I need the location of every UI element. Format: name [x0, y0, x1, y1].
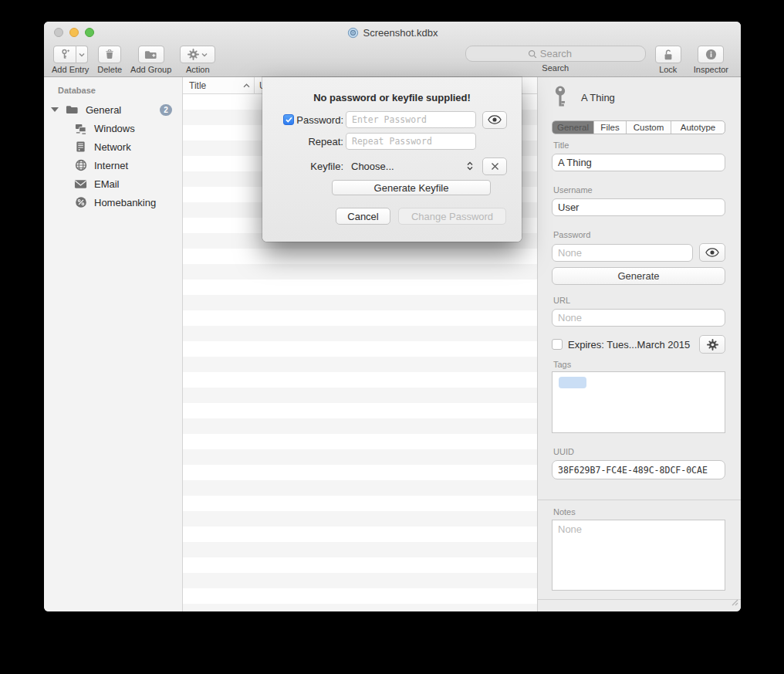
lock-label: Lock [659, 65, 677, 74]
keyfile-value: Choose... [351, 161, 394, 172]
inspector-panel: A Thing General Files Custom Autotype Ti… [537, 77, 741, 611]
entry-title: A Thing [581, 92, 615, 103]
sidebar-item-label: Internet [94, 160, 128, 171]
username-field-label: Username [553, 185, 725, 195]
document-proxy-icon[interactable] [347, 27, 359, 39]
window-title: Screenshot.kdbx [363, 27, 438, 39]
titlebar: Screenshot.kdbx [44, 22, 741, 43]
uuid-field[interactable] [552, 460, 725, 479]
title-field[interactable] [552, 154, 725, 171]
password-label: Password: [296, 114, 343, 126]
tab-autotype[interactable]: Autotype [671, 121, 725, 134]
folder-plus-icon [144, 49, 157, 60]
sidebar-item-label: Network [94, 141, 131, 153]
sidebar-item-general[interactable]: General 2 [44, 100, 182, 119]
delete-button[interactable] [98, 46, 121, 63]
notes-field[interactable] [552, 520, 725, 591]
gear-icon [188, 49, 199, 60]
tab-files[interactable]: Files [594, 121, 627, 134]
add-entry-dropdown-button[interactable] [76, 46, 88, 63]
sidebar-item-label: Windows [94, 123, 135, 134]
info-icon [705, 49, 717, 60]
title-field-label: Title [553, 141, 725, 150]
unlock-icon [663, 49, 674, 61]
expires-settings-button[interactable] [699, 335, 725, 354]
globe-icon [74, 159, 87, 172]
envelope-icon [74, 178, 87, 191]
app-window: Screenshot.kdbx Add Ent [44, 22, 741, 611]
divider [538, 599, 741, 600]
sidebar-item-label: Homebanking [94, 197, 156, 208]
search-input[interactable] [540, 48, 583, 59]
change-password-dialog: No password or keyfile supplied! Passwor… [262, 77, 522, 242]
repeat-password-input[interactable] [346, 133, 476, 150]
lock-item: Lock [655, 46, 681, 74]
search-field[interactable] [465, 46, 646, 62]
inspector-label: Inspector [694, 65, 728, 74]
generate-keyfile-button[interactable]: Generate Keyfile [332, 180, 491, 195]
keyfile-label: Keyfile: [310, 161, 343, 172]
sidebar: Database General 2 Windows Network [44, 77, 183, 611]
password-field[interactable] [552, 244, 693, 262]
resize-grip[interactable] [730, 595, 738, 609]
add-group-label: Add Group [130, 65, 171, 74]
add-entry-button[interactable] [53, 46, 76, 63]
column-header-title[interactable]: Title [183, 77, 255, 93]
folder-icon [66, 103, 79, 117]
clear-keyfile-button[interactable] [482, 157, 507, 175]
cancel-button[interactable]: Cancel [336, 208, 390, 225]
tab-general[interactable]: General [553, 121, 594, 134]
sidebar-item-windows[interactable]: Windows [44, 119, 182, 137]
trash-icon [104, 49, 115, 60]
percent-icon [74, 196, 87, 209]
windows-icon [74, 122, 87, 135]
generate-password-button[interactable]: Generate [552, 267, 725, 285]
change-password-button[interactable]: Change Password [398, 208, 506, 225]
disclosure-triangle-icon[interactable] [51, 107, 59, 112]
tag-pill[interactable] [559, 377, 586, 388]
close-x-icon [491, 162, 499, 171]
dialog-message: No password or keyfile supplied! [262, 92, 522, 103]
key-plus-icon [59, 49, 70, 60]
sidebar-item-label: General [86, 104, 121, 116]
toolbar: Add Entry Delete Add Group [44, 43, 741, 77]
username-field[interactable] [552, 198, 725, 216]
add-entry-label: Add Entry [52, 65, 89, 74]
search-label: Search [542, 63, 569, 73]
tab-custom[interactable]: Custom [627, 121, 671, 134]
add-entry-item: Add Entry [52, 46, 89, 74]
key-icon [552, 85, 569, 110]
sidebar-item-label: EMail [94, 178, 120, 190]
uuid-label: UUID [553, 447, 725, 456]
server-icon [74, 141, 87, 154]
sidebar-item-network[interactable]: Network [44, 137, 182, 156]
delete-item: Delete [97, 46, 122, 74]
password-checkbox[interactable] [283, 114, 294, 125]
reveal-password-button[interactable] [482, 111, 507, 129]
lock-button[interactable] [655, 46, 681, 63]
checkmark-icon [286, 117, 292, 123]
enter-password-input[interactable] [346, 111, 476, 128]
reveal-password-button[interactable] [699, 243, 725, 262]
stepper-icon [467, 161, 473, 171]
sidebar-item-internet[interactable]: Internet [44, 156, 182, 174]
password-field-label: Password [553, 230, 725, 239]
inspector-item: Inspector [694, 46, 728, 74]
chevron-down-icon [79, 52, 85, 57]
eye-icon [705, 248, 719, 257]
url-field[interactable] [552, 309, 725, 327]
sidebar-item-homebanking[interactable]: Homebanking [44, 193, 182, 212]
tags-box[interactable] [552, 371, 725, 433]
expires-label: Expires: Tues...March 2015 [568, 339, 694, 351]
action-item: Action [180, 46, 215, 74]
inspector-header: A Thing [552, 83, 725, 111]
action-button[interactable] [180, 46, 215, 63]
delete-label: Delete [97, 65, 122, 74]
keyfile-popup[interactable]: Choose... [346, 161, 476, 172]
add-group-button[interactable] [138, 46, 164, 63]
inspector-button[interactable] [698, 46, 724, 63]
expires-checkbox[interactable] [552, 339, 563, 350]
sidebar-item-email[interactable]: EMail [44, 174, 182, 193]
sidebar-section-header: Database [58, 86, 182, 95]
inspector-tabs: General Files Custom Autotype [552, 120, 725, 134]
